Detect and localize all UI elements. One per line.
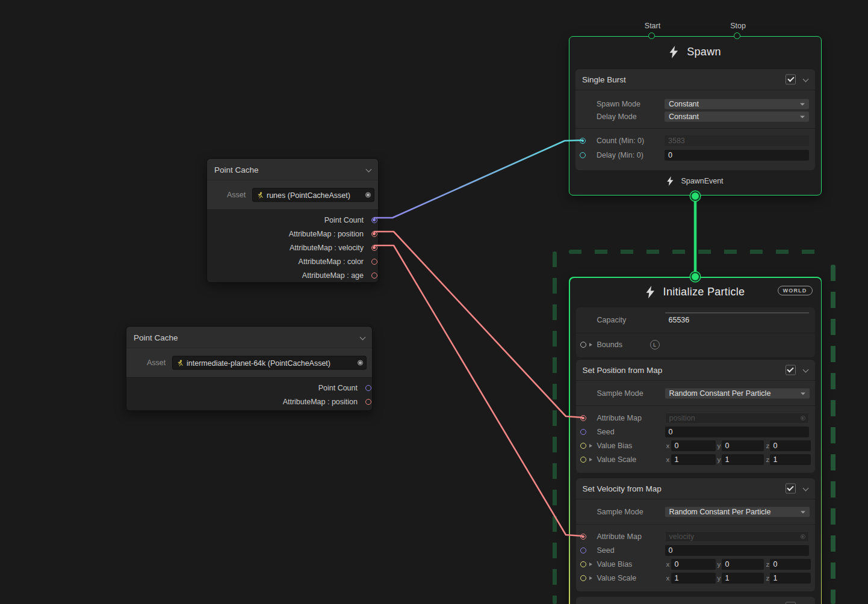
initialize-particle-context-node[interactable]: Initialize Particle WORLD Capacity 65536 (569, 277, 822, 604)
delay-input-port[interactable] (580, 152, 586, 158)
stop-port-label: Stop (730, 22, 746, 30)
output-row: AttributeMap : velocity (207, 241, 378, 254)
asset-object-field[interactable]: intermediate-planet-64k (PointCacheAsset… (172, 356, 367, 370)
value-scale-x-field[interactable]: 1 (671, 573, 716, 584)
output-row: AttributeMap : position (126, 395, 372, 408)
delay-mode-dropdown[interactable]: Constant (665, 111, 809, 122)
attribute-map-input-port[interactable] (580, 534, 586, 540)
attributemap-age-output-port[interactable] (371, 273, 377, 279)
attribute-map-field[interactable]: position (665, 413, 809, 424)
set-velocity-collapse-icon[interactable] (803, 485, 809, 491)
set-position-collapse-icon[interactable] (803, 366, 809, 372)
axis-z-label: z (766, 440, 770, 451)
bounds-input-port[interactable] (580, 342, 586, 348)
value-bias-x-field[interactable]: 0 (671, 440, 716, 451)
object-picker-icon[interactable] (801, 534, 805, 539)
seed-field[interactable]: 0 (665, 427, 809, 437)
seed-field[interactable]: 0 (665, 545, 809, 556)
attributemap-color-output-port[interactable] (371, 259, 377, 265)
space-badge[interactable]: WORLD (778, 286, 813, 295)
axis-y-label: y (718, 559, 721, 570)
capacity-field[interactable]: 65536 (665, 313, 809, 324)
set-velocity-from-map-block[interactable]: Set Velocity from Map Sample Mode Random… (576, 478, 815, 591)
edge-pointcount-to-count[interactable] (374, 140, 583, 218)
spawn-context-node[interactable]: Start Stop Spawn Single Burst Spawn Mode (569, 36, 822, 196)
single-burst-enabled-checkbox[interactable] (786, 75, 796, 85)
vfx-graph-canvas[interactable]: Start Stop Spawn Single Burst Spawn Mode (0, 0, 868, 604)
pointcache-asset-icon (256, 191, 264, 199)
attributemap-position-output-port[interactable] (371, 231, 377, 237)
value-scale-y-field[interactable]: 1 (722, 454, 764, 465)
value-bias-y-field[interactable]: 0 (722, 559, 764, 570)
set-position-enabled-checkbox[interactable] (786, 365, 796, 375)
seed-input-port[interactable] (580, 429, 586, 435)
value-scale-input-port[interactable] (580, 457, 586, 463)
count-input-port[interactable] (580, 138, 586, 144)
seed-label: Seed (597, 428, 615, 436)
position-sphere-enabled-checkbox[interactable] (786, 602, 796, 604)
object-picker-icon[interactable] (801, 416, 805, 421)
value-bias-input-port[interactable] (580, 561, 586, 567)
initialize-context-icon (646, 286, 655, 298)
point-cache-collapse-icon[interactable] (360, 334, 366, 340)
attribute-map-field[interactable]: velocity (665, 531, 809, 542)
bounds-label: Bounds (597, 341, 622, 349)
point-cache-title: Point Cache (134, 333, 178, 342)
sample-mode-dropdown[interactable]: Random Constant Per Particle (665, 507, 810, 517)
axis-z-label: z (766, 573, 770, 584)
single-burst-collapse-icon[interactable] (803, 76, 809, 82)
point-cache-collapse-icon[interactable] (366, 166, 372, 172)
value-bias-expander-icon[interactable] (589, 444, 592, 448)
edge-velocity-to-attributemap[interactable] (374, 245, 583, 536)
object-picker-icon[interactable] (365, 193, 371, 198)
point-cache-title: Point Cache (214, 165, 259, 174)
value-scale-z-field[interactable]: 1 (770, 573, 811, 584)
count-label: Count (Min: 0) (597, 137, 644, 145)
delay-field[interactable]: 0 (665, 150, 809, 161)
value-scale-z-field[interactable]: 1 (770, 454, 811, 465)
point-cache-node-runes[interactable]: Point Cache Asset runes (PointCacheAsset… (206, 158, 379, 283)
point-count-output-port[interactable] (365, 385, 371, 391)
value-bias-y-field[interactable]: 0 (722, 440, 764, 451)
output-row: Point Count (207, 213, 378, 227)
value-bias-z-field[interactable]: 0 (770, 440, 811, 451)
value-bias-label: Value Bias (597, 560, 633, 569)
point-count-output-port[interactable] (371, 217, 377, 223)
point-cache-node-planet[interactable]: Point Cache Asset intermediate-planet-64… (126, 326, 373, 411)
edge-position-to-attributemap[interactable] (374, 232, 583, 418)
value-bias-label: Value Bias (597, 442, 633, 450)
attribute-map-label: Attribute Map (597, 414, 642, 422)
single-burst-title: Single Burst (582, 75, 626, 84)
stop-flow-port[interactable] (734, 32, 740, 39)
value-scale-x-field[interactable]: 1 (671, 454, 716, 465)
bounds-expander-icon[interactable] (589, 343, 592, 347)
value-scale-y-field[interactable]: 1 (722, 573, 764, 584)
count-field[interactable]: 3583 (665, 135, 809, 146)
start-flow-port[interactable] (648, 32, 655, 39)
spawn-event-icon (667, 176, 674, 186)
single-burst-block[interactable]: Single Burst Spawn Mode Constant Delay M… (575, 69, 815, 170)
value-scale-input-port[interactable] (580, 575, 586, 581)
attributemap-position-output-port[interactable] (365, 399, 371, 405)
asset-object-field[interactable]: runes (PointCacheAsset) (252, 188, 374, 202)
spawn-mode-dropdown[interactable]: Constant (665, 99, 809, 109)
value-scale-expander-icon[interactable] (589, 458, 592, 461)
value-scale-expander-icon[interactable] (589, 576, 592, 580)
value-bias-input-port[interactable] (580, 443, 586, 449)
value-bias-x-field[interactable]: 0 (671, 559, 716, 570)
seed-input-port[interactable] (580, 547, 586, 553)
value-bias-z-field[interactable]: 0 (770, 559, 811, 570)
attributemap-velocity-output-port[interactable] (371, 245, 377, 251)
sample-mode-dropdown[interactable]: Random Constant Per Particle (665, 388, 810, 398)
object-picker-icon[interactable] (358, 360, 363, 366)
axis-x-label: x (666, 573, 670, 584)
value-bias-expander-icon[interactable] (589, 562, 592, 566)
attribute-map-input-port[interactable] (580, 415, 586, 421)
set-position-from-map-block[interactable]: Set Position from Map Sample Mode Random… (576, 360, 815, 473)
position-sphere-block[interactable]: Position (Sphere) (576, 597, 815, 604)
delay-mode-label: Delay Mode (597, 112, 637, 121)
capacity-label: Capacity (597, 316, 627, 324)
axis-y-label: y (718, 454, 721, 465)
set-velocity-enabled-checkbox[interactable] (786, 483, 796, 493)
system-boundary-left (553, 251, 557, 604)
